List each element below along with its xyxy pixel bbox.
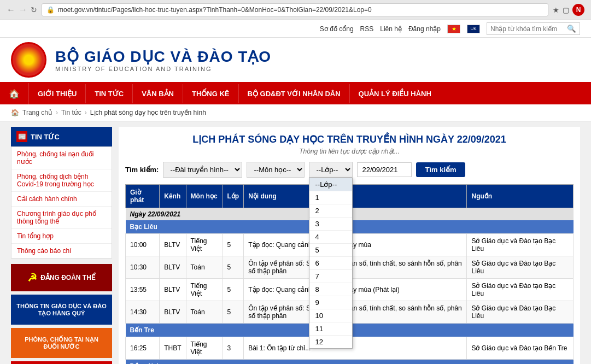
- table-row: Tập đọc: Quang cảnh làng mạc ngày mùa: [244, 234, 467, 256]
- breadcrumb-current: Lịch phát sóng dạy học trên truyền hình: [90, 109, 206, 116]
- nav-tin-tuc[interactable]: TIN TỨC: [86, 84, 133, 103]
- sidebar-banner-1[interactable]: ☭ ĐẢNG ĐOÀN THỂ: [11, 264, 112, 291]
- banner-2-text: THÔNG TIN GIÁO DỤC VÀ ĐÀO TẠO HÀNG QUÝ: [16, 303, 107, 317]
- logo-text: BỘ GIÁO DỤC VÀ ĐÀO TẠO MINISTRY OF EDUCA…: [55, 48, 271, 72]
- table-row: Tiếng Việt: [186, 234, 223, 256]
- back-button[interactable]: ←: [7, 5, 15, 15]
- search-input[interactable]: [487, 24, 564, 34]
- search-button[interactable]: Tìm kiếm: [416, 162, 465, 177]
- nav-van-ban[interactable]: VĂN BẢN: [133, 84, 183, 103]
- lop-option-8[interactable]: 8: [309, 283, 352, 296]
- table-row: Sở Giáo dục và Đào tạo Bạc Liêu: [467, 301, 574, 324]
- menu-icon[interactable]: N: [572, 4, 584, 16]
- ext-icon[interactable]: ▢: [563, 6, 569, 14]
- page-title: LỊCH PHÁT SÓNG DẠY HỌC TRÊN TRUYỀN HÌNH …: [125, 133, 574, 145]
- col-lop: Lớp: [223, 185, 244, 208]
- sub-title: MINISTRY OF EDUCATION AND TRAINING: [55, 66, 271, 72]
- sidebar-banner-3[interactable]: PHÒNG, CHỐNG TAI NẠN ĐUỐI NƯỚC: [11, 328, 112, 358]
- sidebar-item-chuong-trinh[interactable]: Chương trình giáo dục phổ thông tổng thể: [11, 207, 112, 229]
- lop-option-11[interactable]: 11: [309, 322, 352, 336]
- nav-bo-gddt[interactable]: BỘ GD&ĐT VỚI NHÂN DÂN: [239, 84, 350, 103]
- main-layout: 📰 TIN TỨC Phòng, chống tai nạn đuối nước…: [0, 121, 591, 364]
- lop-option-default[interactable]: --Lớp--: [309, 178, 352, 191]
- dang-nhap-link[interactable]: Đăng nhập: [408, 25, 441, 33]
- flag-vn[interactable]: ★: [447, 25, 460, 33]
- table-row: Bài 1: Ôn tập từ chỉ...: [244, 337, 467, 360]
- reload-button[interactable]: ↻: [31, 5, 37, 14]
- star-icon[interactable]: ★: [553, 6, 559, 14]
- sidebar-banner-4[interactable]: CHƯƠNG TRÌNH GIÁO DỤC PHỔ THÔNG MỚI: [11, 361, 112, 364]
- table-row: Sở Giáo dục và Đào tạo Bạc Liêu: [467, 279, 574, 301]
- url-bar[interactable]: moet.gov.vn/tintuc/Pages/lich-hoc-truc-t…: [58, 6, 543, 14]
- table-row: BLTV: [160, 256, 186, 279]
- table-row: Toán: [186, 256, 223, 279]
- lop-option-7[interactable]: 7: [309, 270, 352, 283]
- table-row: 5: [223, 256, 244, 279]
- rss-link[interactable]: RSS: [360, 25, 374, 33]
- lop-option-5[interactable]: 5: [309, 244, 352, 257]
- table-row: BLTV: [160, 279, 186, 301]
- lien-he-link[interactable]: Liên hệ: [380, 25, 402, 33]
- col-noi-dung: Nội dung: [244, 185, 467, 208]
- sidebar-item-duoi-nuoc[interactable]: Phòng, chống tai nạn đuối nước: [11, 147, 112, 169]
- col-gio-phat: Giờ phát: [126, 185, 160, 208]
- table-row: BLTV: [160, 301, 186, 324]
- sidebar-item-bao-chi[interactable]: Thông cáo báo chí: [11, 244, 112, 258]
- col-mon-hoc: Môn học: [186, 185, 223, 208]
- lop-option-12[interactable]: 12: [309, 336, 352, 348]
- breadcrumb-home-icon: 🏠: [11, 109, 19, 116]
- banner-1-text: ĐẢNG ĐOÀN THỂ: [40, 274, 96, 281]
- dang-icon: ☭: [27, 271, 37, 284]
- logo-emblem: ★: [11, 42, 46, 78]
- sidebar-item-covid[interactable]: Phòng, chống dịch bệnh Covid-19 trong tr…: [11, 169, 112, 192]
- dai-truyen-hinh-select[interactable]: --Đài truyền hình--: [163, 162, 242, 178]
- lop-select[interactable]: --Lớp--: [309, 162, 353, 178]
- nav-thong-ke[interactable]: THỐNG KÊ: [183, 84, 239, 103]
- nav-home[interactable]: 🏠: [0, 83, 29, 104]
- main-title: BỘ GIÁO DỤC VÀ ĐÀO TẠO: [55, 48, 271, 66]
- table-row: Sở Giáo dục và Đào tạo Bến Tre: [467, 337, 574, 360]
- breadcrumb-sep1: ›: [56, 109, 58, 116]
- sidebar: 📰 TIN TỨC Phòng, chống tai nạn đuối nước…: [11, 127, 112, 364]
- lop-option-4[interactable]: 4: [309, 231, 352, 244]
- date-input[interactable]: [357, 162, 412, 177]
- table-row: BLTV: [160, 234, 186, 256]
- search-submit-button[interactable]: 🔍: [564, 23, 580, 34]
- nav-gioi-thieu[interactable]: GIỚI THIỆU: [29, 84, 86, 103]
- lop-option-6[interactable]: 6: [309, 257, 352, 270]
- page-subtitle: Thông tin liên tục được cập nhật...: [125, 148, 574, 155]
- banner-3-text: PHÒNG, CHỐNG TAI NẠN ĐUỐI NƯỚC: [16, 336, 107, 350]
- breadcrumb: 🏠 Trang chủ › Tin tức › Lịch phát sóng d…: [0, 104, 591, 121]
- table-row: THBT: [160, 337, 186, 360]
- sidebar-item-tong-hop[interactable]: Tin tổng hợp: [11, 229, 112, 244]
- table-row: Ôn tập về phân số: So sánh hai phân số, …: [244, 256, 467, 279]
- sidebar-banner-2[interactable]: THÔNG TIN GIÁO DỤC VÀ ĐÀO TẠO HÀNG QUÝ: [11, 295, 112, 325]
- sidebar-header: 📰 TIN TỨC: [11, 127, 112, 146]
- forward-button[interactable]: →: [19, 5, 27, 15]
- tin-tuc-icon: 📰: [16, 131, 27, 142]
- lop-option-9[interactable]: 9: [309, 296, 352, 309]
- col-kenh: Kênh: [160, 185, 186, 208]
- table-row: 10:00: [126, 234, 160, 256]
- table-row: Sở Giáo dục và Đào tạo Bạc Liêu: [467, 234, 574, 256]
- flag-uk[interactable]: UK: [467, 25, 480, 33]
- top-bar: Sơ đồ cổng RSS Liên hệ Đăng nhập ★ UK 🔍: [0, 20, 591, 38]
- lop-option-2[interactable]: 2: [309, 204, 352, 218]
- nav-quan-ly[interactable]: QUẢN LÝ ĐIỀU HÀNH: [350, 84, 440, 103]
- table-row: 14:30: [126, 301, 160, 324]
- sidebar-menu: Phòng, chống tai nạn đuối nước Phòng, ch…: [11, 146, 112, 259]
- mon-hoc-select[interactable]: --Môn học--: [247, 162, 305, 178]
- sidebar-item-cai-cach[interactable]: Cải cách hành chính: [11, 192, 112, 207]
- breadcrumb-tin-tuc[interactable]: Tin tức: [61, 109, 81, 116]
- lop-option-10[interactable]: 10: [309, 309, 352, 322]
- lop-option-3[interactable]: 3: [309, 218, 352, 231]
- breadcrumb-trang-chu[interactable]: Trang chủ: [22, 109, 52, 116]
- table-row: Sở Giáo dục và Đào tạo Bạc Liêu: [467, 256, 574, 279]
- main-content: LỊCH PHÁT SÓNG DẠY HỌC TRÊN TRUYỀN HÌNH …: [119, 127, 580, 364]
- search-box: 🔍: [487, 22, 580, 35]
- table-row: 3: [223, 337, 244, 360]
- lop-option-1[interactable]: 1: [309, 191, 352, 204]
- lop-dropdown-container: --Lớp-- --Lớp-- 1 2 3 4 5 6 7 8 9 10 11 …: [309, 162, 353, 178]
- so-do-cong-link[interactable]: Sơ đồ cổng: [320, 25, 354, 33]
- table-row: 13:55: [126, 279, 160, 301]
